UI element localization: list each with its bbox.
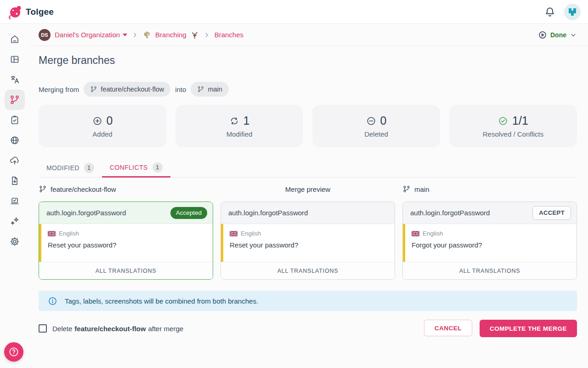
- conflict-stripe: [221, 224, 223, 262]
- question-circle-icon: [8, 346, 19, 357]
- sidebar-item-tasks[interactable]: [5, 110, 25, 130]
- tolgee-logo[interactable]: Tolgee: [7, 5, 54, 19]
- tolgee-mouse-icon: [7, 5, 22, 19]
- sidebar-item-languages[interactable]: [5, 130, 25, 150]
- state-label: Done: [550, 31, 566, 39]
- sidebar-item-home[interactable]: [5, 29, 25, 49]
- merge-direction-row: Merging from feature/checkout-flow into …: [39, 82, 229, 97]
- all-translations-button[interactable]: ALL TRANSLATIONS: [39, 262, 213, 279]
- tab-conflicts[interactable]: CONFLICTS 1: [102, 158, 170, 178]
- translation-text: Reset your password?: [48, 241, 205, 249]
- translation-text: Reset your password?: [230, 241, 387, 249]
- language-label: English: [59, 230, 79, 237]
- uk-flag-icon: [412, 231, 419, 236]
- check-circle-icon: [498, 116, 508, 126]
- tab-modified-count: 1: [84, 163, 94, 173]
- breadcrumb-page[interactable]: Branches: [215, 31, 243, 39]
- ai-sparkles-icon: [9, 216, 20, 227]
- user-avatar[interactable]: [564, 4, 581, 20]
- all-translations-button[interactable]: ALL TRANSLATIONS: [221, 262, 395, 279]
- language-label: English: [423, 230, 443, 237]
- sidebar-item-export[interactable]: [5, 171, 25, 191]
- all-translations-button[interactable]: ALL TRANSLATIONS: [403, 262, 577, 279]
- brand-name: Tolgee: [26, 7, 54, 17]
- translation-body: English Reset your password?: [221, 224, 395, 262]
- stat-added-label: Added: [92, 130, 112, 138]
- bell-icon[interactable]: [544, 6, 556, 18]
- merge-stats: 0 Added 1 Modified 0 Deleted: [39, 105, 577, 147]
- translation-body: English Forgot your password?: [403, 224, 577, 262]
- complete-merge-button[interactable]: COMPLETE THE MERGE: [480, 320, 577, 337]
- branch-icon: [402, 185, 411, 193]
- target-key-card[interactable]: auth.login.forgotPassword ACCEPT English…: [402, 201, 577, 280]
- sidebar-item-translations[interactable]: [5, 69, 25, 90]
- source-key-card[interactable]: auth.login.forgotPassword Accepted Engli…: [39, 201, 213, 280]
- org-avatar: DS: [39, 29, 51, 41]
- delete-branch-label: Delete feature/checkout-flow after merge: [52, 325, 183, 333]
- sidebar-item-cloud-upload[interactable]: [5, 150, 25, 171]
- sidebar-item-ai[interactable]: [5, 211, 25, 231]
- uk-flag-icon: [230, 231, 237, 236]
- integrations-icon: [9, 196, 20, 207]
- branches-icon: [9, 94, 20, 105]
- conflict-cards: auth.login.forgotPassword Accepted Engli…: [39, 201, 577, 280]
- settings-icon: [9, 236, 20, 247]
- caret-down-icon: [123, 34, 127, 36]
- breadcrumb-bar: DS Daniel's Organization Branching Branc…: [29, 24, 588, 46]
- branch-icon: [39, 185, 47, 193]
- stat-added-value: 0: [107, 114, 113, 127]
- home-icon: [9, 34, 20, 45]
- branch-icon: [197, 86, 204, 93]
- conflict-column-headers: feature/checkout-flow Merge preview main: [39, 185, 577, 193]
- cancel-button[interactable]: CANCEL: [424, 320, 472, 336]
- stat-added: 0 Added: [39, 105, 166, 147]
- projects-icon: [9, 54, 20, 65]
- accept-button[interactable]: ACCEPT: [532, 206, 571, 220]
- sync-icon: [229, 116, 239, 126]
- delete-branch-checkbox[interactable]: [39, 324, 47, 333]
- plus-circle-icon: [92, 116, 102, 126]
- branch-state-dropdown[interactable]: Done: [538, 30, 577, 40]
- blossom-tree-emoji: [143, 31, 151, 39]
- changes-tabs: MODIFIED 1 CONFLICTS 1: [39, 158, 577, 178]
- branch-icon: [90, 86, 97, 93]
- breadcrumb-project[interactable]: Branching: [155, 31, 187, 39]
- key-name: auth.login.forgotPassword: [228, 209, 308, 217]
- chevron-down-icon: [570, 31, 577, 39]
- key-name: auth.login.forgotPassword: [46, 209, 126, 217]
- chevron-right-icon: [131, 31, 139, 39]
- translation-text: Forgot your password?: [412, 241, 569, 249]
- minus-circle-icon: [366, 116, 376, 126]
- key-name: auth.login.forgotPassword: [410, 209, 490, 217]
- translations-icon: [9, 74, 20, 85]
- source-branch-chip: feature/checkout-flow: [84, 82, 170, 97]
- stat-modified: 1 Modified: [175, 105, 303, 147]
- translation-body: English Reset your password?: [39, 224, 213, 262]
- sidebar-item-projects[interactable]: [5, 49, 25, 69]
- tasks-icon: [9, 115, 20, 126]
- breadcrumb-org[interactable]: Daniel's Organization: [55, 31, 127, 39]
- stat-resolved: 1/1 Resolved / Conflicts: [449, 105, 577, 147]
- preview-key-card: auth.login.forgotPassword English Reset …: [220, 201, 395, 280]
- uk-flag-icon: [48, 231, 56, 236]
- conflict-stripe: [403, 224, 405, 262]
- merge-prefix-label: Merging from: [39, 86, 79, 93]
- leafless-tree-emoji: [191, 31, 199, 39]
- accepted-badge: Accepted: [170, 207, 207, 219]
- merge-connector-label: into: [175, 86, 186, 93]
- sidebar-item-branches[interactable]: [5, 90, 25, 110]
- chevron-right-icon: [203, 31, 210, 39]
- stat-deleted-value: 0: [380, 114, 387, 127]
- info-icon: [48, 296, 57, 306]
- sidebar-item-integrations[interactable]: [5, 191, 25, 211]
- stat-modified-label: Modified: [226, 130, 253, 138]
- cloud-upload-icon: [9, 155, 20, 166]
- sidebar-item-settings[interactable]: [5, 231, 25, 252]
- app-window: Tolgee: [0, 0, 588, 368]
- merge-actions-row: Delete feature/checkout-flow after merge…: [39, 320, 577, 337]
- column-merge-preview: Merge preview: [220, 185, 395, 193]
- tab-modified[interactable]: MODIFIED 1: [39, 158, 102, 177]
- help-button[interactable]: [4, 342, 23, 362]
- stat-modified-value: 1: [243, 114, 250, 127]
- language-label: English: [241, 230, 261, 237]
